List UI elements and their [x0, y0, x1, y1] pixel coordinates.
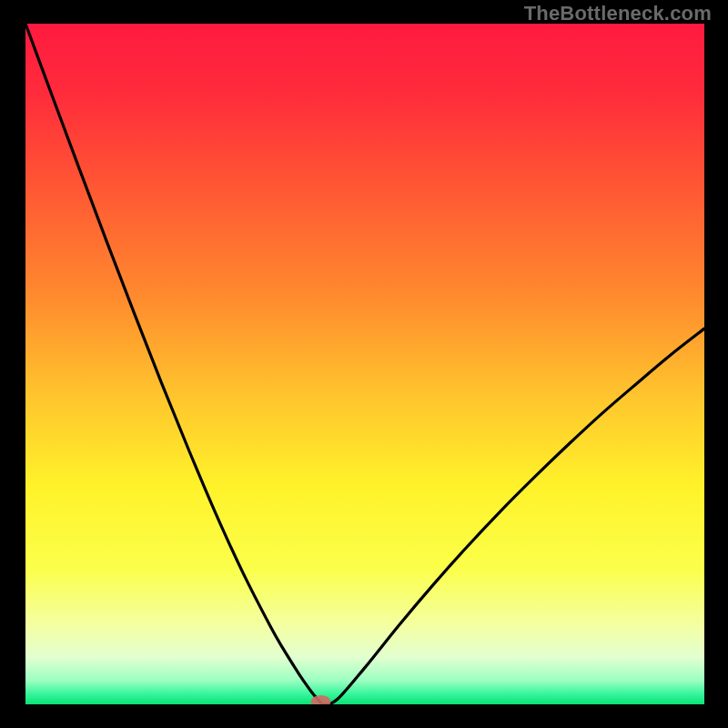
chart-container: TheBottleneck.com	[0, 0, 728, 728]
gradient-background	[25, 24, 704, 704]
bottleneck-chart-svg	[25, 24, 704, 704]
watermark-text: TheBottleneck.com	[524, 2, 712, 25]
plot-area	[25, 24, 704, 704]
